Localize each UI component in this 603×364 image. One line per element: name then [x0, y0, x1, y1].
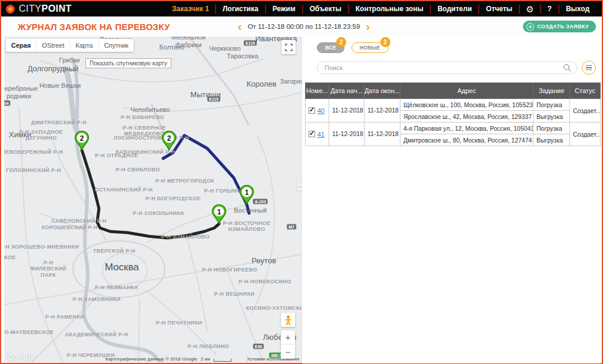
zoom-out-button[interactable]: −: [281, 345, 295, 359]
task-cell: Погрузка: [534, 123, 570, 134]
map-type-карта[interactable]: Карта: [70, 39, 98, 52]
create-order-label: СОЗДАТЬ ЗАЯВКУ: [537, 24, 589, 29]
logout-button[interactable]: Выход: [559, 5, 596, 13]
nav-item-водители[interactable]: Водители: [431, 5, 478, 13]
svg-text:1: 1: [217, 208, 221, 216]
map-canvas[interactable]: ПоведникиБолтиноМебельной фабрикиЧеркизо…: [4, 37, 302, 362]
svg-text:1: 1: [245, 188, 249, 197]
filter-new-label: НОВЫЕ: [360, 45, 380, 51]
svg-text:2: 2: [167, 134, 171, 143]
road-badge: Е115: [207, 97, 220, 102]
table-row[interactable]: 4011-12-2018 09:0011-12-2018 23:00Щёлков…: [306, 99, 601, 111]
zoom-controls: + −: [281, 330, 295, 359]
column-header[interactable]: Адрес: [400, 83, 534, 99]
search-input[interactable]: [317, 61, 577, 74]
filter-new-count-badge: 2: [380, 37, 390, 47]
date-range-label: От 11-12-18 00:00 по 11-12-18 23:59: [248, 23, 360, 30]
filter-all-button[interactable]: ВСЕ 2: [317, 42, 344, 53]
map-marker-2[interactable]: 2: [161, 131, 177, 151]
search-row: [317, 61, 596, 75]
order-number-cell: 41: [306, 123, 329, 146]
task-cell: Выгрузка: [534, 111, 570, 123]
end-date-cell: 11-12-2018 23:00: [365, 99, 400, 123]
help-button[interactable]: ?: [541, 5, 558, 13]
attribution-text: Картографические данные © 2018 Google: [105, 356, 197, 362]
status-cell: Создает...: [570, 99, 601, 123]
next-date-icon[interactable]: ›: [366, 21, 370, 32]
orders-table: Номе...Дата нач...Дата окон...АдресЗадан…: [305, 82, 601, 146]
current-user-label: Заказчик 1: [172, 5, 209, 13]
fullscreen-button[interactable]: [281, 40, 296, 54]
fullscreen-icon: [285, 44, 293, 51]
order-number-cell: 40: [306, 99, 329, 123]
column-header[interactable]: Номе...: [306, 83, 329, 99]
column-header[interactable]: Статус: [570, 83, 601, 99]
nav-item-отчеты[interactable]: Отчеты: [479, 5, 519, 13]
scale-label: 2 км: [201, 356, 210, 362]
map-type-ostreet[interactable]: OStreet: [37, 39, 70, 52]
address-cell: Дмитровское ш., 80, Москва, Россия, 1274…: [400, 134, 534, 146]
filter-new-button[interactable]: НОВЫЕ 2: [352, 42, 389, 53]
map-marker-1[interactable]: 1: [211, 204, 227, 224]
scale-bar: [214, 359, 231, 362]
order-number-link[interactable]: 40: [317, 107, 324, 114]
filter-tabs: ВСЕ 2 НОВЫЕ 2: [317, 42, 601, 53]
address-cell: 4-я Парковая ул., 12, Москва, Россия, 10…: [400, 123, 534, 134]
filter-all-label: ВСЕ: [325, 45, 336, 51]
search-icon: [563, 64, 571, 72]
map-type-switcher: СераяOStreetКартаСпутник: [6, 39, 134, 52]
road-badge: Е30: [253, 344, 264, 349]
nav-item-режим[interactable]: Режим: [266, 5, 302, 13]
table-row[interactable]: 4111-12-2018 09:0011-12-2018 23:004-я Па…: [306, 123, 601, 134]
nav-item-контрольные-зоны[interactable]: Контрольные зоны: [349, 5, 430, 13]
orders-panel: ВСЕ 2 НОВЫЕ 2 Номе.: [302, 37, 601, 363]
date-navigation: ‹ От 11-12-18 00:00 по 11-12-18 23:59 ›: [238, 16, 370, 37]
status-cell: Создает...: [570, 123, 601, 146]
task-cell: Погрузка: [534, 99, 570, 111]
plus-icon: +: [526, 23, 534, 31]
start-date-cell: 11-12-2018 09:00: [329, 99, 365, 123]
order-number-link[interactable]: 41: [317, 131, 324, 138]
orders-table-header: Номе...Дата нач...Дата окон...АдресЗадан…: [306, 83, 601, 99]
road-badge: А-104: [4, 101, 11, 106]
road-badge: Е115: [244, 41, 257, 46]
column-header[interactable]: Дата нач...: [329, 83, 365, 99]
map-marker-2[interactable]: 2: [74, 131, 90, 151]
top-bar: CITYPOINT Заказчик 1 ЛогистикаРежимОбъек…: [1, 1, 602, 16]
panel-collapse-handle[interactable]: ‹›: [297, 182, 302, 191]
column-header[interactable]: Дата окон...: [365, 83, 400, 99]
sub-header: ЖУРНАЛ ЗАЯВОК НА ПЕРЕВОЗКУ ‹ От 11-12-18…: [1, 16, 602, 37]
logo[interactable]: CITYPOINT: [6, 4, 72, 14]
map-type-tooltip: Показать спутниковую карту: [85, 58, 171, 68]
address-cell: Ярославское ш., 42, Москва, Россия, 1293…: [400, 111, 534, 123]
create-order-button[interactable]: + СОЗДАТЬ ЗАЯВКУ: [523, 21, 596, 32]
orders-table-body: 4011-12-2018 09:0011-12-2018 23:00Щёлков…: [306, 99, 601, 146]
road-badge: М7: [287, 224, 296, 230]
map-marker-1[interactable]: 1: [239, 185, 254, 205]
row-checkbox[interactable]: [309, 131, 315, 137]
search-box: [317, 61, 577, 74]
page-title: ЖУРНАЛ ЗАЯВОК НА ПЕРЕВОЗКУ: [18, 22, 170, 32]
task-cell: Выгрузка: [534, 134, 570, 146]
address-cell: Щёлковское ш., 100, Москва, Россия, 1055…: [400, 99, 534, 111]
nav-item-объекты[interactable]: Объекты: [303, 5, 348, 13]
map-attribution: Картографические данные © 2018 Google 2 …: [4, 355, 302, 362]
map-type-серая[interactable]: Серая: [6, 39, 37, 52]
top-nav: Заказчик 1 ЛогистикаРежимОбъектыКонтроль…: [172, 1, 596, 16]
end-date-cell: 11-12-2018 23:00: [365, 123, 400, 146]
svg-text:2: 2: [80, 134, 84, 143]
gear-icon[interactable]: ⚙: [520, 5, 539, 14]
road-badge: А-103: [253, 199, 267, 204]
brand-text: CITYPOINT: [19, 4, 72, 14]
zoom-in-button[interactable]: +: [281, 330, 295, 345]
row-checkbox[interactable]: [309, 107, 315, 114]
content: ПоведникиБолтиноМебельной фабрикиЧеркизо…: [1, 37, 602, 363]
pegman-icon: [285, 315, 291, 325]
map-type-спутник[interactable]: Спутник: [99, 39, 134, 52]
prev-date-icon[interactable]: ‹: [238, 21, 242, 32]
nav-item-логистика[interactable]: Логистика: [216, 5, 265, 13]
list-menu-button[interactable]: [582, 61, 596, 75]
route-polyline[interactable]: [82, 150, 219, 238]
column-header[interactable]: Задание: [534, 83, 570, 99]
pegman-button[interactable]: [281, 313, 295, 327]
